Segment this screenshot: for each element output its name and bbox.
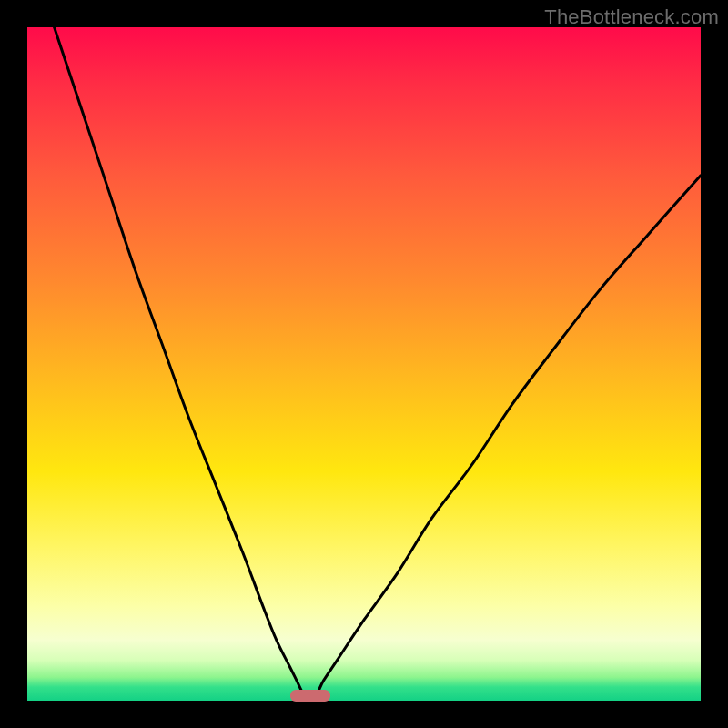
watermark-text: TheBottleneck.com xyxy=(544,5,719,29)
plot-area xyxy=(27,27,701,701)
optimum-marker xyxy=(290,690,330,702)
bottleneck-curve xyxy=(27,27,701,701)
chart-frame: TheBottleneck.com xyxy=(0,0,728,728)
